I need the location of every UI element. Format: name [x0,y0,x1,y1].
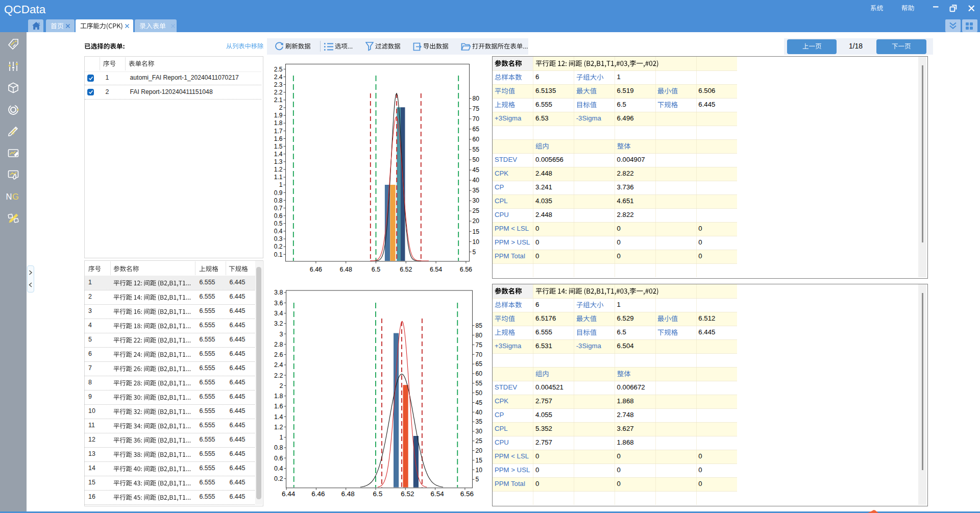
svg-text:1.5: 1.5 [274,143,283,150]
svg-text:60: 60 [473,136,480,143]
svg-text:6.48: 6.48 [340,266,352,273]
svg-text:3.6: 3.6 [274,300,283,307]
svg-text:0.4: 0.4 [274,228,283,235]
svg-text:70: 70 [473,115,480,123]
svg-text:1.3: 1.3 [274,158,283,165]
svg-text:65: 65 [476,360,483,368]
svg-text:15: 15 [473,228,480,235]
svg-text:0.6: 0.6 [274,455,283,462]
svg-text:75: 75 [476,341,483,349]
svg-text:0.9: 0.9 [274,189,283,197]
svg-text:40: 40 [473,177,480,184]
svg-text:45: 45 [476,399,483,406]
svg-text:25: 25 [473,207,480,214]
svg-text:0.8: 0.8 [274,444,283,451]
svg-text:75: 75 [473,105,480,112]
svg-text:2.4: 2.4 [274,74,283,81]
svg-text:20: 20 [473,217,480,225]
svg-text:3: 3 [280,331,283,338]
svg-text:0.4: 0.4 [274,465,283,472]
svg-text:45: 45 [473,166,480,174]
svg-text:2.2: 2.2 [274,89,283,96]
svg-text:1.4: 1.4 [274,151,283,158]
svg-text:25: 25 [476,437,483,445]
svg-text:6.46: 6.46 [310,266,322,273]
svg-text:2.8: 2.8 [274,341,283,348]
svg-text:2.3: 2.3 [274,81,283,88]
svg-text:0.8: 0.8 [274,197,283,204]
svg-text:6.5: 6.5 [373,490,383,498]
svg-text:15: 15 [476,457,483,464]
svg-text:6.52: 6.52 [400,266,412,273]
svg-text:5: 5 [473,249,476,256]
svg-text:2: 2 [279,104,283,111]
svg-text:2.5: 2.5 [274,66,283,73]
svg-text:70: 70 [476,351,483,358]
svg-text:3.2: 3.2 [274,320,283,327]
svg-text:35: 35 [476,418,483,425]
svg-text:6.5: 6.5 [372,266,380,273]
svg-text:40: 40 [476,409,483,416]
svg-text:35: 35 [473,187,480,194]
svg-text:6.48: 6.48 [341,490,355,498]
svg-text:1.9: 1.9 [274,112,283,119]
svg-text:6.56: 6.56 [460,490,474,498]
svg-text:6.52: 6.52 [401,490,414,498]
svg-text:55: 55 [473,146,480,153]
svg-text:80: 80 [476,332,483,339]
svg-text:85: 85 [476,322,483,329]
svg-text:20: 20 [476,447,483,454]
svg-text:60: 60 [476,370,483,377]
svg-text:0.3: 0.3 [274,235,283,242]
svg-text:65: 65 [473,126,480,133]
svg-text:1.8: 1.8 [274,393,283,400]
svg-text:0.6: 0.6 [274,212,283,219]
svg-text:5: 5 [476,476,479,483]
svg-text:2: 2 [280,382,283,389]
svg-text:50: 50 [473,156,480,163]
svg-text:6.54: 6.54 [430,266,442,273]
svg-text:0.7: 0.7 [274,205,283,212]
svg-text:10: 10 [476,467,483,474]
svg-text:1.2: 1.2 [274,166,283,173]
svg-text:30: 30 [473,197,480,204]
svg-text:1.6: 1.6 [274,403,283,410]
svg-text:6.44: 6.44 [282,490,296,498]
svg-text:1.1: 1.1 [274,174,283,181]
svg-text:55: 55 [476,380,483,387]
svg-text:1.6: 1.6 [274,135,283,142]
svg-text:1.7: 1.7 [274,128,283,135]
svg-text:1.4: 1.4 [274,413,283,421]
svg-text:2.6: 2.6 [274,351,283,358]
svg-text:1.8: 1.8 [274,119,283,127]
svg-text:30: 30 [476,428,483,435]
svg-text:0.5: 0.5 [274,220,283,227]
svg-text:2.1: 2.1 [274,96,283,104]
svg-text:1: 1 [280,434,283,441]
svg-text:2.4: 2.4 [274,361,283,369]
svg-text:3.8: 3.8 [274,289,283,296]
svg-text:6.54: 6.54 [430,490,444,498]
svg-text:80: 80 [473,95,480,102]
svg-text:0.2: 0.2 [274,243,283,250]
svg-text:6.56: 6.56 [460,266,472,273]
svg-text:50: 50 [476,389,483,397]
svg-text:1: 1 [279,181,283,188]
svg-text:0.1: 0.1 [274,251,283,258]
svg-text:10: 10 [473,238,480,246]
svg-text:3.4: 3.4 [274,310,283,317]
svg-text:0.2: 0.2 [274,475,283,482]
svg-text:1.2: 1.2 [274,424,283,431]
svg-text:6.46: 6.46 [311,490,325,498]
svg-text:2.2: 2.2 [274,372,283,379]
